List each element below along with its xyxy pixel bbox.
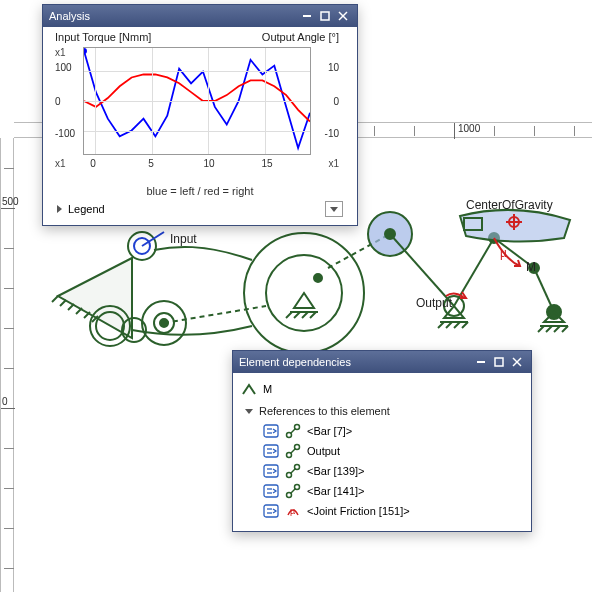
reference-label: <Bar [141]> [307, 485, 365, 497]
axis-multiplier: x1 [328, 158, 339, 169]
goto-icon[interactable] [263, 483, 279, 499]
svg-line-69 [291, 449, 296, 454]
ytick-left: 100 [55, 62, 72, 73]
panel-titlebar[interactable]: Element dependencies [233, 351, 531, 373]
legend-label[interactable]: Legend [68, 203, 105, 215]
minimize-button[interactable] [473, 355, 489, 369]
svg-point-46 [314, 274, 322, 282]
analysis-chart: Input Torque [Nmm] Output Angle [°] x1 x… [53, 33, 341, 183]
label-center-of-gravity: CenterOfGravity [466, 198, 553, 212]
svg-point-53 [84, 48, 87, 54]
friction-icon: µ [285, 503, 301, 519]
ytick-left: 0 [55, 96, 61, 107]
linkage-icon [241, 381, 257, 397]
expand-icon[interactable] [57, 205, 62, 213]
xtick: 10 [203, 158, 214, 169]
svg-line-81 [291, 489, 296, 494]
goto-icon[interactable] [263, 463, 279, 479]
section-label: References to this element [259, 405, 390, 417]
y-axis-right-label: Output Angle [°] [262, 31, 339, 43]
reference-label: Output [307, 445, 340, 457]
label-m: M [526, 260, 536, 274]
bar-icon [285, 423, 301, 439]
reference-label: <Bar [139]> [307, 465, 365, 477]
chart-subtitle: blue = left / red = right [53, 185, 347, 197]
xtick: 5 [148, 158, 154, 169]
maximize-button[interactable] [491, 355, 507, 369]
reference-row[interactable]: µ<Joint Friction [151]> [241, 501, 523, 521]
plot-area [83, 47, 311, 155]
ruler-tick-label: 0 [2, 396, 8, 407]
panel-title-text: Element dependencies [239, 356, 471, 368]
minimize-button[interactable] [299, 9, 315, 23]
svg-rect-55 [495, 358, 503, 366]
reference-row[interactable]: Output [241, 441, 523, 461]
label-input: Input [170, 232, 197, 246]
ytick-right: 10 [328, 62, 339, 73]
ytick-left: -100 [55, 128, 75, 139]
svg-point-14 [134, 238, 150, 254]
reference-row[interactable]: <Bar [141]> [241, 481, 523, 501]
svg-line-7 [52, 296, 58, 302]
goto-icon[interactable] [263, 503, 279, 519]
svg-rect-50 [321, 12, 329, 20]
svg-line-8 [60, 300, 66, 306]
bar-icon [285, 463, 301, 479]
bar-icon [285, 443, 301, 459]
reference-row[interactable]: <Bar [139]> [241, 461, 523, 481]
label-output: Output [416, 296, 452, 310]
panel-titlebar[interactable]: Analysis [43, 5, 357, 27]
svg-line-63 [291, 429, 296, 434]
reference-label: <Joint Friction [151]> [307, 505, 410, 517]
ytick-right: -10 [325, 128, 339, 139]
y-axis-left-label: Input Torque [Nmm] [55, 31, 151, 43]
element-dependencies-panel[interactable]: Element dependencies M References to thi… [232, 350, 532, 532]
goto-icon[interactable] [263, 423, 279, 439]
axis-multiplier: x1 [55, 158, 66, 169]
close-button[interactable] [335, 9, 351, 23]
label-mu: µ [500, 246, 507, 260]
close-button[interactable] [509, 355, 525, 369]
legend-dropdown-button[interactable] [325, 201, 343, 217]
panel-title-text: Analysis [49, 10, 297, 22]
svg-line-3 [286, 312, 292, 318]
reference-label: <Bar [7]> [307, 425, 352, 437]
xtick: 0 [90, 158, 96, 169]
references-section-header[interactable]: References to this element [241, 403, 523, 421]
svg-text:µ: µ [290, 506, 295, 516]
axis-multiplier: x1 [55, 47, 66, 58]
current-element-name: M [263, 383, 272, 395]
current-element-row[interactable]: M [241, 379, 523, 403]
maximize-button[interactable] [317, 9, 333, 23]
analysis-panel[interactable]: Analysis Input Torque [Nmm] Output Angle… [42, 4, 358, 226]
xtick: 15 [261, 158, 272, 169]
svg-line-9 [68, 304, 74, 310]
reference-row[interactable]: <Bar [7]> [241, 421, 523, 441]
bar-icon [285, 483, 301, 499]
svg-line-75 [291, 469, 296, 474]
collapse-icon[interactable] [245, 409, 253, 414]
svg-point-13 [128, 232, 156, 260]
goto-icon[interactable] [263, 443, 279, 459]
ruler-tick-label: 1000 [458, 123, 480, 134]
ytick-right: 0 [333, 96, 339, 107]
ruler-vertical: 500 0 [0, 138, 14, 592]
